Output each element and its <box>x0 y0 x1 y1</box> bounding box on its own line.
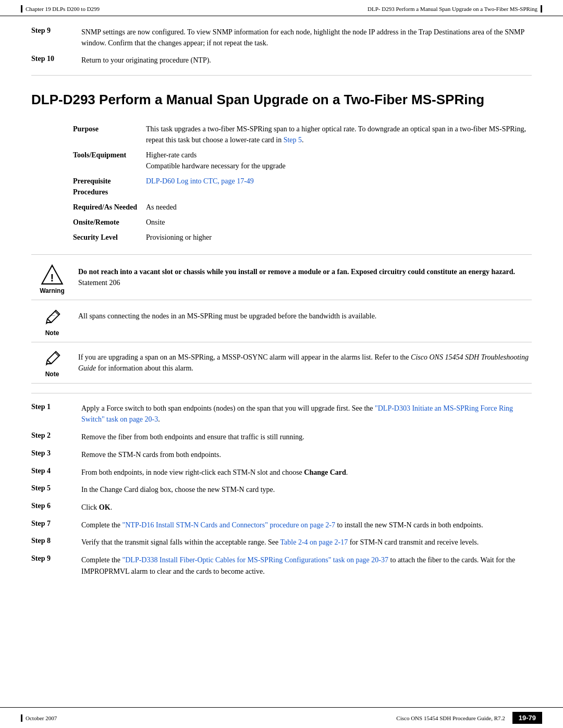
step-item-8: Step 8 Verify that the transmit signal f… <box>31 537 532 548</box>
security-label: Security Level <box>31 230 146 245</box>
header-right-text: DLP- D293 Perform a Manual Span Upgrade … <box>368 6 537 12</box>
chapter-title: DLP-D293 Perform a Manual Span Upgrade o… <box>31 91 532 109</box>
table-row-tools: Tools/Equipment Higher-rate cards Compat… <box>31 147 532 174</box>
step-3-content: Remove the STM-N cards from both endpoin… <box>81 449 532 461</box>
intro-step-10-text: Return to your originating procedure (NT… <box>81 55 532 66</box>
note-label-2: Note <box>45 371 59 378</box>
prereq-label: Prerequisite Procedures <box>31 174 146 200</box>
tools-label: Tools/Equipment <box>31 147 146 174</box>
step-item-1: Step 1 Apply a Force switch to both span… <box>31 403 532 425</box>
step-8-label: Step 8 <box>31 537 73 545</box>
warning-label: Warning <box>40 287 65 294</box>
step-item-7: Step 7 Complete the "NTP-D16 Install STM… <box>31 520 532 531</box>
step-item-2: Step 2 Remove the fiber from both endpoi… <box>31 431 532 443</box>
header-right: DLP- D293 Perform a Manual Span Upgrade … <box>368 5 542 13</box>
divider-1 <box>31 75 532 76</box>
note-text-2: If you are upgrading a span on an MS-SPR… <box>78 350 532 374</box>
note-pencil-icon-1 <box>43 309 62 327</box>
warning-icon-area: ! Warning <box>31 264 73 294</box>
header-rule-right <box>541 5 542 13</box>
warning-text-plain: Statement 206 <box>78 279 120 287</box>
header-rule-left <box>21 5 22 13</box>
table-row-required: Required/As Needed As needed <box>31 200 532 215</box>
footer-center-right: Cisco ONS 15454 SDH Procedure Guide, R7.… <box>396 712 542 724</box>
table-row-onsite: Onsite/Remote Onsite <box>31 215 532 230</box>
intro-step-10-label: Step 10 <box>31 55 73 66</box>
step-1-content: Apply a Force switch to both span endpoi… <box>81 403 532 425</box>
step-5-content: In the Change Card dialog box, choose th… <box>81 484 532 496</box>
note-block-1: Note All spans connecting the nodes in a… <box>31 309 532 342</box>
info-table: Purpose This task upgrades a two-fiber M… <box>31 121 532 245</box>
note-label-1: Note <box>45 329 59 337</box>
svg-line-5 <box>47 360 51 364</box>
step-item-9: Step 9 Complete the "DLP-D338 Install Fi… <box>31 554 532 577</box>
step-6-content: Click OK. <box>81 502 532 513</box>
divider-3 <box>31 393 532 393</box>
prereq-value: DLP-D60 Log into CTC, page 17-49 <box>146 174 532 200</box>
svg-line-2 <box>47 319 51 323</box>
step-9-content: Complete the "DLP-D338 Install Fiber-Opt… <box>81 554 532 577</box>
step-6-label: Step 6 <box>31 502 73 510</box>
step-3-label: Step 3 <box>31 449 73 458</box>
footer-left: October 2007 <box>21 714 57 722</box>
svg-text:!: ! <box>51 272 54 283</box>
step-item-5: Step 5 In the Change Card dialog box, ch… <box>31 484 532 496</box>
step-item-4: Step 4 From both endpoints, in node view… <box>31 467 532 478</box>
warning-text-bold: Do not reach into a vacant slot or chass… <box>78 268 515 276</box>
step-item-3: Step 3 Remove the STM-N cards from both … <box>31 449 532 461</box>
note-2-italic: Cisco ONS 15454 SDH Troubleshooting Guid… <box>78 353 529 372</box>
step-4-bold: Change Card <box>304 468 346 476</box>
note-pencil-icon-2 <box>43 350 62 368</box>
page-number: 19-79 <box>512 712 542 724</box>
step-9-label: Step 9 <box>31 554 73 563</box>
prereq-link[interactable]: DLP-D60 Log into CTC, page 17-49 <box>146 177 254 185</box>
page-header: Chapter 19 DLPs D200 to D299 DLP- D293 P… <box>0 0 563 16</box>
step-7-label: Step 7 <box>31 520 73 528</box>
purpose-value: This task upgrades a two-fiber MS-SPRing… <box>146 121 532 147</box>
page-footer: October 2007 Cisco ONS 15454 SDH Procedu… <box>0 707 563 728</box>
footer-rule-left <box>21 714 22 722</box>
security-value: Provisioning or higher <box>146 230 532 245</box>
note-1-text: All spans connecting the nodes in an MS-… <box>78 312 376 320</box>
required-value: As needed <box>146 200 532 215</box>
warning-text: Do not reach into a vacant slot or chass… <box>78 264 532 288</box>
note-icon-area-2: Note <box>31 350 73 378</box>
step-4-label: Step 4 <box>31 467 73 475</box>
note-icon-area-1: Note <box>31 309 73 337</box>
purpose-label: Purpose <box>31 121 146 147</box>
intro-step-9-label: Step 9 <box>31 27 73 48</box>
step-2-content: Remove the fiber from both endpoints and… <box>81 431 532 443</box>
table-row-purpose: Purpose This task upgrades a two-fiber M… <box>31 121 532 147</box>
table-row-security: Security Level Provisioning or higher <box>31 230 532 245</box>
warning-block: ! Warning Do not reach into a vacant slo… <box>31 264 532 300</box>
chapter-label: Chapter 19 DLPs D200 to D299 <box>26 6 100 12</box>
divider-2 <box>31 254 532 255</box>
step7-link[interactable]: "NTP-D16 Install STM-N Cards and Connect… <box>123 521 335 529</box>
footer-guide-name: Cisco ONS 15454 SDH Procedure Guide, R7.… <box>396 715 505 721</box>
step8-link[interactable]: Table 2-4 on page 2-17 <box>280 538 348 546</box>
intro-step-9: Step 9 SNMP settings are now configured.… <box>31 27 532 48</box>
step-5-label: Step 5 <box>31 484 73 492</box>
step-item-6: Step 6 Click OK. <box>31 502 532 513</box>
tools-value: Higher-rate cards Compatible hardware ne… <box>146 147 532 174</box>
step-8-content: Verify that the transmit signal falls wi… <box>81 537 532 548</box>
step-6-bold: OK <box>99 503 111 511</box>
onsite-value: Onsite <box>146 215 532 230</box>
step9-link[interactable]: "DLP-D338 Install Fiber-Optic Cables for… <box>123 556 388 564</box>
step1-link[interactable]: "DLP-D303 Initiate an MS-SPRing Force Ri… <box>81 404 513 424</box>
footer-date: October 2007 <box>26 715 57 721</box>
step-7-content: Complete the "NTP-D16 Install STM-N Card… <box>81 520 532 531</box>
required-label: Required/As Needed <box>31 200 146 215</box>
steps-section: Step 1 Apply a Force switch to both span… <box>31 403 532 577</box>
table-row-prereq: Prerequisite Procedures DLP-D60 Log into… <box>31 174 532 200</box>
step-4-content: From both endpoints, in node view right-… <box>81 467 532 478</box>
main-content: Step 9 SNMP settings are now configured.… <box>0 16 563 614</box>
note-block-2: Note If you are upgrading a span on an M… <box>31 350 532 384</box>
onsite-label: Onsite/Remote <box>31 215 146 230</box>
note-text-1: All spans connecting the nodes in an MS-… <box>78 309 532 322</box>
step-1-label: Step 1 <box>31 403 73 411</box>
warning-triangle-icon: ! <box>41 264 64 285</box>
intro-step-10: Step 10 Return to your originating proce… <box>31 55 532 66</box>
step5-link[interactable]: Step 5 <box>284 136 302 144</box>
step-2-label: Step 2 <box>31 431 73 440</box>
